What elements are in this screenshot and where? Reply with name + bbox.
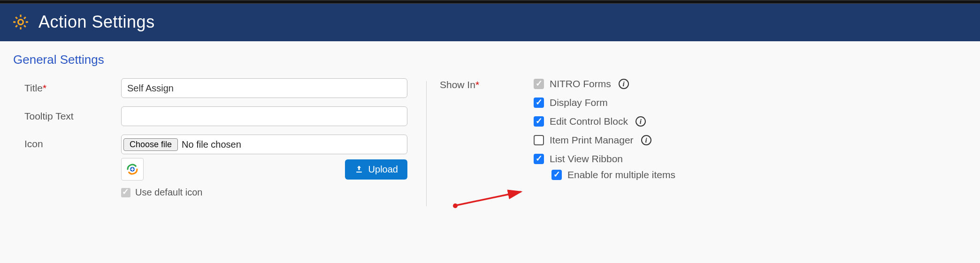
edit-control-block-checkbox[interactable] [534,116,544,127]
nitro-forms-checkbox [534,79,544,89]
upload-icon [354,165,364,174]
nitro-forms-label: NITRO Forms [550,78,611,90]
refresh-plus-icon [125,162,139,176]
tooltip-field-row: Tooltip Text [13,106,407,126]
svg-point-0 [18,20,23,25]
page-title: Action Settings [38,12,155,32]
info-icon[interactable]: i [619,79,629,89]
show-in-options: NITRO Forms i Display Form Edit Control … [534,78,727,188]
tooltip-label: Tooltip Text [13,111,121,122]
info-icon[interactable]: i [635,116,646,127]
item-print-manager-label: Item Print Manager [550,135,634,146]
required-asterisk: * [475,79,479,90]
title-input[interactable] [121,78,407,98]
right-column: Show In* NITRO Forms i Display Form Edit… [427,78,727,206]
content-area: General Settings Title* Tooltip Text Ico… [0,41,980,243]
info-icon[interactable]: i [641,135,651,145]
window-top-strip [0,0,980,4]
use-default-icon-row: Use default icon [121,187,407,198]
item-print-manager-checkbox[interactable] [534,135,544,145]
use-default-icon-checkbox [121,188,130,197]
choose-file-button[interactable]: Choose file [123,138,178,151]
file-status-text: No file chosen [182,139,241,150]
checkbox-row-enable-multiple: Enable for multiple items [551,169,727,180]
title-field-row: Title* [13,78,407,98]
enable-multiple-checkbox[interactable] [551,170,562,180]
checkbox-row-display-form: Display Form [534,97,727,108]
enable-multiple-label: Enable for multiple items [567,169,675,180]
left-column: Title* Tooltip Text Icon Choose file No … [13,78,426,206]
display-form-checkbox[interactable] [534,98,544,108]
tooltip-input[interactable] [121,106,407,126]
title-label: Title* [13,83,121,94]
icon-label: Icon [13,135,121,150]
icon-preview [121,158,144,180]
svg-rect-2 [356,172,362,173]
checkbox-row-edit-control-block: Edit Control Block i [534,116,727,127]
display-form-label: Display Form [550,97,608,108]
gear-icon [11,13,30,31]
show-in-label: Show In* [440,78,534,90]
file-picker[interactable]: Choose file No file chosen [121,135,407,154]
section-title: General Settings [13,53,967,67]
checkbox-row-list-view-ribbon: List View Ribbon [534,153,727,165]
icon-field-row: Icon Choose file No file chosen [13,135,407,198]
checkbox-row-item-print-manager: Item Print Manager i [534,135,727,146]
upload-button[interactable]: Upload [345,159,407,180]
use-default-icon-label: Use default icon [135,187,202,198]
dialog-header: Action Settings [0,4,980,41]
list-view-ribbon-checkbox[interactable] [534,154,544,164]
checkbox-row-nitro-forms: NITRO Forms i [534,78,727,90]
edit-control-block-label: Edit Control Block [550,116,628,127]
list-view-ribbon-label: List View Ribbon [550,153,623,165]
required-asterisk: * [43,83,46,93]
